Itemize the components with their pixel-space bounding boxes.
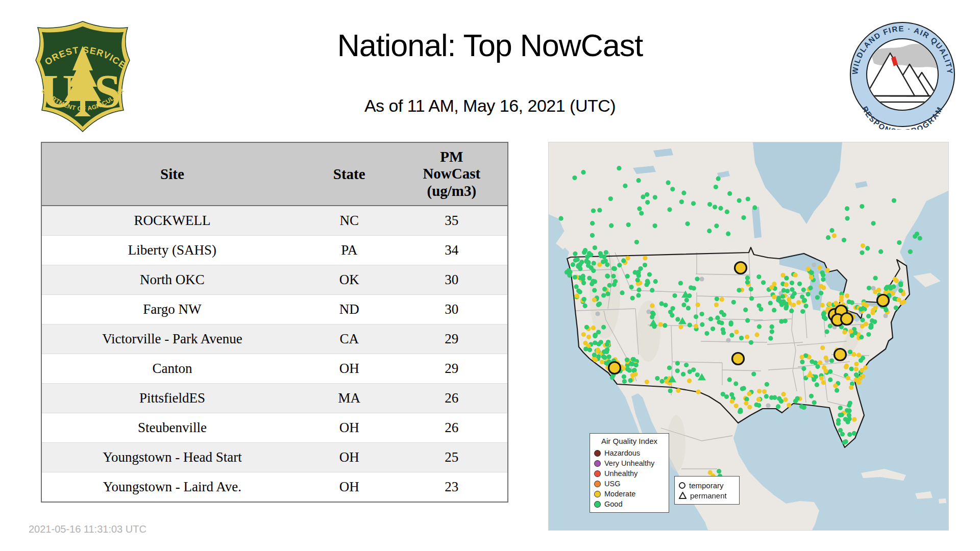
monitor-dot [894, 306, 898, 310]
monitor-dot [783, 397, 788, 402]
monitor-dot [789, 309, 794, 313]
monitor-dot [710, 327, 715, 331]
monitor-dot [848, 349, 852, 354]
monitor-dot [838, 406, 843, 410]
monitor-dot [645, 380, 649, 384]
monitor-dot [758, 307, 763, 311]
monitor-dot [628, 378, 633, 383]
monitor-dot [714, 223, 719, 228]
monitor-dot [573, 252, 577, 256]
monitor-dot [891, 284, 896, 289]
monitor-dot [751, 371, 756, 376]
monitor-dot [821, 380, 826, 385]
monitor-dot [783, 306, 788, 310]
monitor-dot [668, 310, 673, 314]
monitor-dot [585, 255, 590, 259]
monitor-dot [645, 279, 650, 284]
monitor-dot [801, 366, 806, 371]
monitor-dot [587, 347, 592, 352]
aqi-legend: Air Quality Index HazardousVery Unhealth… [590, 433, 669, 513]
monitor-dot [687, 379, 692, 383]
monitor-dot [675, 317, 680, 321]
monitor-dot [659, 302, 664, 306]
value-cell: 23 [396, 472, 508, 503]
monitor-dot [707, 202, 712, 207]
monitor-dot [792, 291, 797, 296]
monitor-dot-nodata [812, 262, 816, 267]
monitor-dot [608, 196, 613, 201]
monitor-dot [688, 369, 692, 374]
monitor-dot [731, 300, 736, 305]
monitor-dot [666, 181, 671, 185]
table-header-row: Site State PM NowCast (ug/m3) [41, 142, 508, 206]
table-row: Liberty (SAHS)PA34 [41, 236, 508, 265]
monitor-dot [800, 309, 805, 314]
monitor-dot [590, 221, 595, 226]
table-row: North OKCOK30 [41, 265, 508, 295]
monitor-dot [892, 198, 896, 203]
monitor-dot [772, 308, 776, 312]
monitor-dot [800, 360, 804, 364]
monitor-dot [583, 304, 587, 308]
state-cell: CA [303, 324, 396, 354]
monitor-dot [724, 394, 729, 399]
marker-legend-item: temporary [679, 480, 735, 490]
footer-timestamp: 2021-05-16 11:31:03 UTC [29, 523, 146, 535]
monitor-dot [600, 360, 604, 364]
monitor-dot [695, 277, 699, 281]
monitor-dot [688, 323, 692, 328]
monitor-dot [810, 270, 814, 275]
monitor-dot [790, 287, 794, 292]
temporary-monitor-marker [735, 262, 747, 274]
aqi-legend-label: USG [604, 479, 620, 489]
monitor-dot [707, 229, 712, 233]
monitor-dot [636, 293, 641, 297]
monitor-dot [867, 286, 871, 290]
monitor-dot [653, 195, 657, 199]
monitor-dot [583, 347, 588, 352]
marker-legend-label: temporary [689, 481, 724, 490]
monitor-dot [842, 238, 846, 242]
monitor-dot [743, 308, 748, 312]
monitor-dot [647, 272, 652, 277]
monitor-dot [572, 176, 577, 180]
monitor-dot [828, 369, 832, 374]
aqi-color-dot-icon [594, 481, 601, 487]
monitor-dot [865, 246, 870, 251]
monitor-dot-nodata [766, 403, 770, 408]
monitor-dot [714, 185, 718, 189]
aqi-legend-label: Good [604, 499, 622, 509]
value-cell: 29 [396, 354, 508, 384]
monitor-dot [873, 290, 877, 294]
monitor-dot [918, 236, 922, 240]
monitor-dot [822, 311, 826, 316]
monitor-dot [866, 314, 871, 318]
monitor-dot [602, 287, 607, 291]
monitor-dot [821, 285, 826, 290]
monitor-dot [622, 379, 627, 384]
monitor-dot [567, 268, 571, 273]
monitor-dot [607, 355, 611, 359]
monitor-dot [776, 404, 780, 409]
monitor-dot [829, 358, 834, 363]
monitor-dot [850, 333, 854, 338]
monitor-dot [691, 201, 696, 206]
monitor-dot [839, 298, 844, 303]
monitor-dot [678, 324, 683, 329]
monitor-dot [778, 299, 783, 304]
monitor-dot [593, 333, 598, 337]
monitor-dot [854, 367, 859, 371]
monitor-dot [602, 349, 606, 354]
monitor-dot [809, 275, 814, 280]
site-cell: Victorville - Park Avenue [41, 324, 303, 354]
monitor-dot [815, 383, 819, 387]
value-cell: 29 [396, 324, 508, 354]
monitor-dot [870, 310, 875, 315]
aqi-legend-items: HazardousVery UnhealthyUnhealthyUSGModer… [594, 448, 665, 509]
monitor-dot [781, 288, 786, 293]
monitor-dot [696, 303, 700, 307]
site-cell: Steubenville [41, 413, 303, 443]
table-row: Youngstown - Head StartOH25 [41, 443, 508, 472]
site-cell: ROCKWELL [41, 206, 303, 236]
monitor-dot [667, 207, 672, 212]
